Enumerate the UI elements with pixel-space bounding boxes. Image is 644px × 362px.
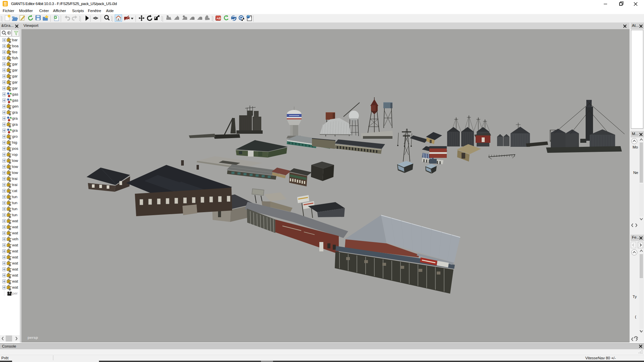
svg-text:(: ( [635,315,636,319]
svg-text:AB: AB [216,17,221,20]
svg-text:Ty: Ty [633,295,637,299]
svg-text:Mo: Mo [633,145,638,149]
svg-text:Ne: Ne [633,171,638,175]
